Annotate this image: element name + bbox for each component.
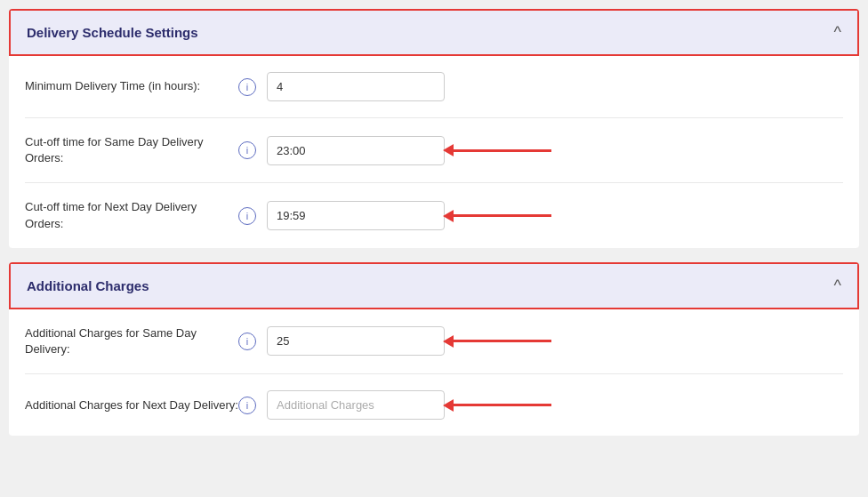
- charges-section-header[interactable]: Additional Charges ^: [9, 262, 859, 309]
- arrow-line-charges-next-day: [454, 404, 551, 406]
- field-row-cutoff-next-day: Cut-off time for Next Day Delivery Order…: [25, 183, 843, 247]
- arrow-same-day: [443, 144, 551, 156]
- field-row-charges-next-day: Additional Charges for Next Day Delivery…: [25, 374, 843, 436]
- delivery-section-title: Delivery Schedule Settings: [27, 25, 198, 40]
- arrow-line-same-day: [454, 149, 551, 152]
- field-label-charges-next-day: Additional Charges for Next Day Delivery…: [25, 397, 238, 413]
- input-charges-next-day[interactable]: [267, 390, 445, 420]
- info-icon-charges-same-day[interactable]: i: [238, 333, 256, 350]
- field-label-charges-same-day: Additional Charges for Same Day Delivery…: [25, 325, 238, 357]
- delivery-section-header[interactable]: Delivery Schedule Settings ^: [9, 9, 859, 56]
- arrow-line-next-day: [454, 214, 551, 217]
- input-min-delivery[interactable]: [267, 72, 445, 101]
- arrowhead-charges-next-day: [443, 399, 454, 412]
- page-wrapper: Delivery Schedule Settings ^ Minimum Del…: [0, 0, 868, 497]
- field-label-min-delivery: Minimum Delivery Time (in hours):: [25, 78, 238, 94]
- charges-chevron: ^: [834, 277, 841, 295]
- info-icon-charges-next-day[interactable]: i: [238, 397, 256, 414]
- info-icon-cutoff-same-day[interactable]: i: [238, 141, 256, 159]
- charges-section-body: Additional Charges for Same Day Delivery…: [9, 309, 859, 436]
- arrowhead-same-day: [443, 144, 454, 156]
- field-row-charges-same-day: Additional Charges for Same Day Delivery…: [25, 309, 843, 374]
- delivery-chevron: ^: [834, 23, 841, 42]
- field-label-cutoff-next-day: Cut-off time for Next Day Delivery Order…: [25, 199, 238, 231]
- charges-section: Additional Charges ^ Additional Charges …: [9, 262, 859, 436]
- arrowhead-charges-same-day: [443, 335, 454, 348]
- arrow-charges-same-day: [443, 335, 551, 348]
- input-charges-same-day[interactable]: [267, 326, 445, 356]
- info-icon-min-delivery[interactable]: i: [238, 78, 256, 96]
- field-row-min-delivery: Minimum Delivery Time (in hours): i: [25, 56, 843, 118]
- delivery-section: Delivery Schedule Settings ^ Minimum Del…: [9, 9, 859, 248]
- arrowhead-next-day: [443, 210, 454, 222]
- arrow-line-charges-same-day: [454, 340, 551, 342]
- info-icon-cutoff-next-day[interactable]: i: [238, 207, 256, 225]
- input-cutoff-next-day[interactable]: [267, 201, 445, 230]
- field-row-cutoff-same-day: Cut-off time for Same Day Delivery Order…: [25, 118, 843, 183]
- charges-section-title: Additional Charges: [27, 278, 149, 293]
- input-cutoff-same-day[interactable]: [267, 136, 445, 165]
- delivery-section-body: Minimum Delivery Time (in hours): i Cut-…: [9, 56, 859, 248]
- arrow-next-day: [443, 210, 551, 222]
- arrow-charges-next-day: [443, 399, 551, 412]
- field-label-cutoff-same-day: Cut-off time for Same Day Delivery Order…: [25, 134, 238, 166]
